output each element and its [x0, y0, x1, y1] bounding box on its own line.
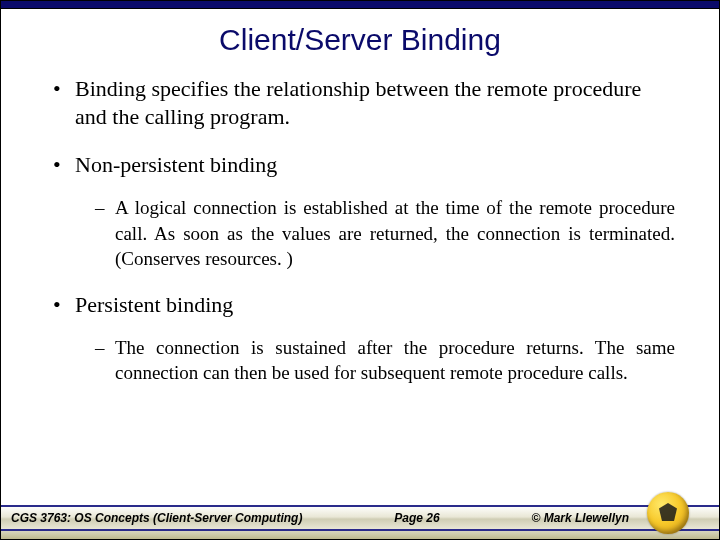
footer-bar: CGS 3763: OS Concepts (Client-Server Com…	[1, 505, 719, 531]
bullet-text: Non-persistent binding	[75, 152, 277, 177]
bullet-text: Persistent binding	[75, 292, 233, 317]
sub-bullet-text: A logical connection is established at t…	[115, 197, 675, 268]
footer: CGS 3763: OS Concepts (Client-Server Com…	[1, 501, 719, 539]
bullet-text: Binding specifies the relationship betwe…	[75, 76, 641, 129]
bullet-list: Binding specifies the relationship betwe…	[53, 75, 675, 385]
bullet-item: Non-persistent binding A logical connect…	[53, 151, 675, 270]
bullet-item: Persistent binding The connection is sus…	[53, 291, 675, 385]
slide: Client/Server Binding Binding specifies …	[0, 0, 720, 540]
footer-copyright: © Mark Llewellyn	[531, 511, 629, 525]
bullet-item: Binding specifies the relationship betwe…	[53, 75, 675, 131]
top-accent-bar	[1, 1, 719, 9]
footer-edge	[1, 531, 719, 539]
sub-bullet-item: A logical connection is established at t…	[75, 195, 675, 270]
sub-bullet-list: A logical connection is established at t…	[75, 195, 675, 270]
footer-page: Page 26	[394, 511, 439, 525]
sub-bullet-item: The connection is sustained after the pr…	[75, 335, 675, 385]
sub-bullet-text: The connection is sustained after the pr…	[115, 337, 675, 383]
ucf-logo-icon	[647, 492, 689, 534]
slide-body: Binding specifies the relationship betwe…	[1, 75, 719, 385]
footer-course: CGS 3763: OS Concepts (Client-Server Com…	[11, 511, 302, 525]
slide-title: Client/Server Binding	[1, 23, 719, 57]
sub-bullet-list: The connection is sustained after the pr…	[75, 335, 675, 385]
